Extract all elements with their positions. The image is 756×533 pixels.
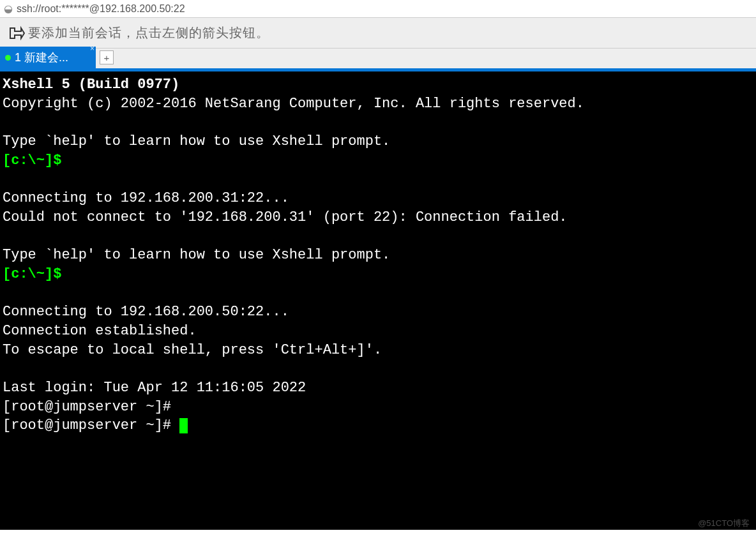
hint-bar: 要添加当前会话，点击左侧的箭头按钮。	[0, 18, 756, 49]
terminal-established: Connection established.	[3, 323, 197, 339]
terminal-connecting-2: Connecting to 192.168.200.50:22...	[3, 304, 289, 320]
terminal-banner: Xshell 5 (Build 0977)	[3, 77, 179, 93]
terminal-output[interactable]: Xshell 5 (Build 0977) Copyright (c) 2002…	[0, 71, 756, 530]
add-session-arrow-button[interactable]	[5, 23, 28, 43]
tab-label: 1 新建会...	[15, 50, 68, 65]
tab-active-session[interactable]: 1 新建会... ×	[0, 47, 96, 68]
terminal-shell-prompt-2: [root@jumpserver ~]#	[3, 417, 171, 433]
hint-text: 要添加当前会话，点击左侧的箭头按钮。	[28, 24, 269, 41]
watermark: @51CTO博客	[698, 518, 750, 529]
close-icon[interactable]: ×	[90, 44, 94, 53]
cursor-icon	[179, 418, 188, 433]
terminal-help-2: Type `help' to learn how to use Xshell p…	[3, 247, 390, 263]
arrow-right-icon	[8, 26, 25, 41]
terminal-prompt-1: [c:\~]$	[3, 153, 61, 169]
address-url: ssh://root:*******@192.168.200.50:22	[17, 3, 185, 15]
tab-strip: 1 新建会... × +	[0, 49, 756, 71]
status-dot-icon	[5, 55, 11, 61]
terminal-copyright: Copyright (c) 2002-2016 NetSarang Comput…	[3, 96, 584, 112]
terminal-connecting-1: Connecting to 192.168.200.31:22...	[3, 190, 289, 206]
plus-icon: +	[104, 52, 110, 63]
terminal-prompt-2: [c:\~]$	[3, 266, 61, 282]
add-tab-button[interactable]: +	[100, 50, 114, 64]
address-bar[interactable]: ◒ ssh://root:*******@192.168.200.50:22	[0, 0, 756, 18]
terminal-escape: To escape to local shell, press 'Ctrl+Al…	[3, 342, 382, 358]
terminal-last-login: Last login: Tue Apr 12 11:16:05 2022	[3, 380, 306, 396]
session-icon: ◒	[4, 3, 13, 15]
terminal-fail: Could not connect to '192.168.200.31' (p…	[3, 209, 568, 225]
terminal-help-1: Type `help' to learn how to use Xshell p…	[3, 133, 390, 149]
terminal-shell-prompt-1: [root@jumpserver ~]#	[3, 399, 171, 415]
